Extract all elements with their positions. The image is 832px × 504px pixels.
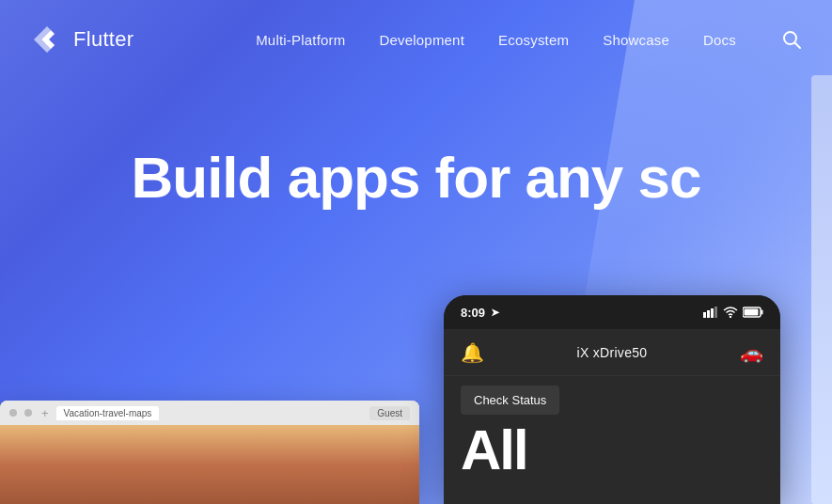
browser-topbar: + Vacation-travel-maps Guest	[0, 401, 419, 425]
phone-location-icon: ➤	[491, 307, 499, 319]
nav-item-ecosystem[interactable]: Ecosystem	[498, 32, 569, 48]
signal-icon	[703, 307, 718, 318]
svg-rect-11	[761, 310, 763, 315]
phone-mockup: 8:09 ➤	[444, 295, 780, 504]
site-header: Flutter Multi-Platform Development Ecosy…	[0, 0, 832, 79]
svg-rect-7	[711, 308, 714, 318]
wifi-icon	[723, 307, 738, 318]
phone-content: Check Status All	[444, 376, 780, 479]
phone-status-bar: 8:09 ➤	[444, 295, 780, 329]
svg-rect-8	[714, 307, 717, 318]
nav-item-development[interactable]: Development	[379, 32, 464, 48]
search-icon	[781, 29, 802, 50]
svg-rect-5	[703, 312, 706, 318]
browser-body	[0, 425, 419, 504]
phone-check-status-label: Check Status	[461, 386, 559, 415]
browser-tab-label: Vacation-travel-maps	[56, 406, 160, 420]
flutter-logo-text: Flutter	[73, 27, 133, 52]
browser-guest-button: Guest	[369, 406, 410, 420]
nav-item-multi-platform[interactable]: Multi-Platform	[256, 32, 345, 48]
phone-time: 8:09 ➤	[461, 306, 499, 320]
hero-headline: Build apps for any sc	[0, 146, 832, 210]
browser-tab-area: Vacation-travel-maps	[56, 406, 363, 420]
phone-car-icon: 🚗	[740, 341, 763, 364]
svg-rect-12	[745, 309, 759, 316]
phone-bell-icon: 🔔	[461, 341, 484, 364]
battery-icon	[743, 307, 763, 318]
svg-rect-6	[707, 310, 710, 318]
nav-item-showcase[interactable]: Showcase	[603, 32, 669, 48]
browser-plus-icon: +	[41, 406, 49, 420]
phone-app-bar: 🔔 iX xDrive50 🚗	[444, 329, 780, 376]
search-button[interactable]	[781, 29, 802, 50]
browser-dot-2	[24, 409, 32, 417]
phone-big-text: All	[461, 422, 763, 479]
svg-point-9	[730, 316, 731, 318]
browser-mockup: + Vacation-travel-maps Guest	[0, 401, 419, 504]
nav-item-docs[interactable]: Docs	[703, 32, 736, 48]
phone-status-icons	[703, 307, 763, 318]
right-edge-panel	[811, 75, 832, 504]
svg-line-4	[795, 43, 801, 49]
flutter-logo-icon	[30, 23, 64, 56]
logo-area[interactable]: Flutter	[30, 23, 133, 56]
browser-dot-1	[9, 409, 17, 417]
phone-car-title: iX xDrive50	[484, 345, 740, 360]
main-nav: Multi-Platform Development Ecosystem Sho…	[256, 29, 802, 50]
hero-section: Flutter Multi-Platform Development Ecosy…	[0, 0, 832, 504]
